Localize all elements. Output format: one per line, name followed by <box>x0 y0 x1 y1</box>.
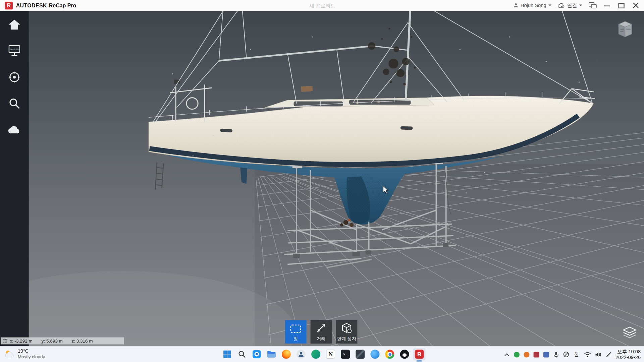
underbody-speckle <box>338 176 389 212</box>
file-explorer-icon <box>267 350 276 358</box>
layers-icon[interactable] <box>622 326 638 339</box>
firefox-button[interactable] <box>280 348 292 360</box>
compass-icon <box>8 71 21 84</box>
chrome-button[interactable] <box>384 348 396 360</box>
minimize-button[interactable] <box>603 0 611 11</box>
tray-app-icon-1[interactable] <box>514 352 519 357</box>
notion-icon: N <box>326 350 335 359</box>
app-button-10[interactable] <box>354 348 367 360</box>
connect-menu[interactable]: 연결 <box>558 2 582 9</box>
volume-icon[interactable] <box>595 352 602 357</box>
distance-button[interactable]: 거리 <box>311 320 332 344</box>
microphone-icon[interactable] <box>553 351 559 358</box>
view-cube[interactable] <box>615 20 635 40</box>
camera-app-icon <box>252 350 261 359</box>
limit-box-icon <box>341 322 352 333</box>
recap-app-icon: R <box>415 350 424 359</box>
coord-y: y: 5.693 m <box>42 339 63 344</box>
coordinate-readout: x: -3.292 m y: 5.693 m z: 3.316 m <box>1 338 124 345</box>
taskbar-apps: N >_ R <box>221 348 426 360</box>
app-icon-10 <box>356 350 365 359</box>
people-app-button[interactable] <box>295 348 307 360</box>
github-icon <box>400 350 409 359</box>
recap-taskbar-button[interactable]: R <box>413 348 426 360</box>
tray-app-icon-3[interactable] <box>533 352 539 357</box>
brand-text: AUTODESK <box>16 2 47 8</box>
taskbar-weather-widget[interactable]: 19°C Mostly cloudy <box>4 348 45 359</box>
globe-icon <box>2 339 7 344</box>
clock-time: 오후 10:08 <box>617 349 641 354</box>
app-button-11[interactable] <box>369 348 381 360</box>
product-text: ReCap Pro <box>49 2 76 8</box>
window-select-button[interactable]: 창 <box>285 320 307 344</box>
terminal-icon: >_ <box>341 350 350 359</box>
cloud-button[interactable] <box>6 122 22 137</box>
tray-app-icon-2[interactable] <box>524 352 529 357</box>
ime-indicator[interactable]: 한 <box>573 351 580 358</box>
cloud-sync-icon <box>558 3 565 8</box>
tray-app-icon-4[interactable] <box>543 352 549 357</box>
viewport-3d[interactable] <box>0 0 644 362</box>
limit-box-button[interactable]: 한계 상자 <box>336 320 358 344</box>
taskbar-search-button[interactable] <box>236 348 248 360</box>
system-tray: 한 오후 10:08 2022-09-26 <box>504 346 641 362</box>
pen-icon[interactable] <box>606 352 611 357</box>
recap-pro-window: R AUTODESK ReCap Pro 새 프로젝트 Hojun Song 연… <box>0 0 644 362</box>
deck-hatch <box>301 86 313 92</box>
display-version-button[interactable]: 23.0.0.250 <box>6 44 22 58</box>
project-title: 새 프로젝트 <box>309 2 335 9</box>
recap-logo-icon: R <box>5 1 13 9</box>
chevron-down-icon <box>548 4 552 8</box>
view-cube-icon <box>615 20 635 39</box>
firefox-icon <box>282 350 291 359</box>
navigation-button[interactable] <box>6 70 22 84</box>
hidden-icons-chevron[interactable] <box>504 352 509 356</box>
feedback-icon[interactable] <box>589 0 597 11</box>
app-version: 23.0.0.250 <box>9 48 19 50</box>
search-tool-button[interactable] <box>6 96 22 111</box>
chrome-icon <box>385 350 394 359</box>
title-bar: R AUTODESK ReCap Pro 새 프로젝트 Hojun Song 연… <box>0 0 644 11</box>
do-not-disturb-icon[interactable] <box>563 351 569 357</box>
github-button[interactable] <box>398 348 411 360</box>
window-select-icon <box>290 324 301 333</box>
port-light-right <box>400 126 413 130</box>
user-icon <box>514 3 519 8</box>
home-button[interactable] <box>6 17 22 32</box>
weather-cloud-icon <box>4 349 15 358</box>
maximize-button[interactable] <box>617 0 625 11</box>
measure-toolbar: 창 거리 한계 상자 <box>285 320 358 344</box>
notion-button[interactable]: N <box>324 348 337 360</box>
user-menu[interactable]: Hojun Song <box>514 2 552 8</box>
monitor-icon: 23.0.0.250 <box>7 44 22 57</box>
windows-logo-icon <box>223 350 231 358</box>
app-icon-11 <box>370 350 379 359</box>
wifi-icon[interactable] <box>584 352 591 357</box>
limit-box-label: 한계 상자 <box>337 336 357 342</box>
search-icon <box>238 350 246 358</box>
coord-x: x: -3.292 m <box>10 339 32 344</box>
start-button[interactable] <box>221 348 233 360</box>
close-button[interactable] <box>632 0 640 11</box>
search-icon <box>8 97 20 110</box>
windows-taskbar: 19°C Mostly cloudy <box>0 346 644 362</box>
terminal-button[interactable]: >_ <box>339 348 352 360</box>
distance-icon <box>316 322 327 333</box>
port-light-left <box>220 129 232 133</box>
window-select-label: 창 <box>293 336 298 342</box>
cloud-icon <box>7 125 22 134</box>
camera-app-button[interactable] <box>251 348 263 360</box>
app-brand: R AUTODESK ReCap Pro <box>5 0 76 11</box>
people-icon <box>297 350 306 359</box>
user-name: Hojun Song <box>521 2 546 8</box>
distance-label: 거리 <box>317 336 326 342</box>
clock-date: 2022-09-26 <box>615 354 641 360</box>
left-sidebar: 23.0.0.250 <box>0 11 29 346</box>
file-explorer-button[interactable] <box>265 348 278 360</box>
connect-label: 연결 <box>567 2 577 9</box>
weather-temperature: 19°C <box>18 348 45 354</box>
chevron-down-icon <box>579 4 583 8</box>
home-icon <box>8 19 21 30</box>
app-button-7[interactable] <box>310 348 322 360</box>
taskbar-clock[interactable]: 오후 10:08 2022-09-26 <box>615 349 641 360</box>
